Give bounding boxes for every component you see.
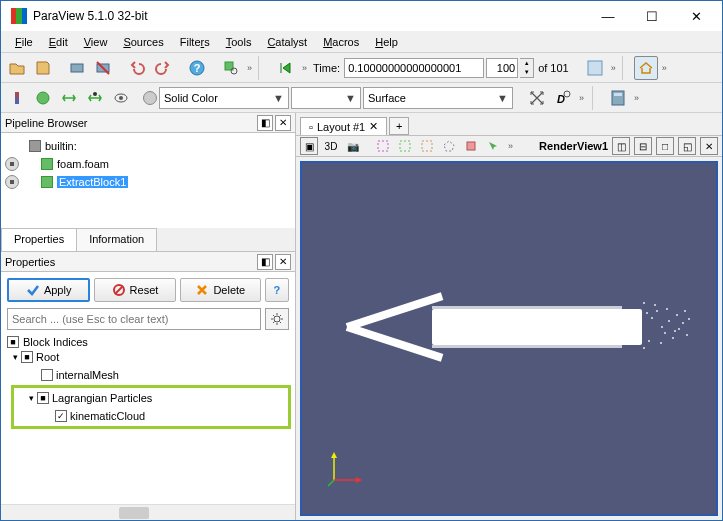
time-value[interactable]: 0.10000000000000001: [344, 58, 484, 78]
visibility-icon[interactable]: [5, 175, 19, 189]
time-step-spinner[interactable]: ▲▼: [520, 58, 534, 78]
visibility-icon[interactable]: [5, 157, 19, 171]
first-frame-icon[interactable]: [274, 56, 298, 80]
main-toolbar: ? » » Time: 0.10000000000000001 100 ▲▼ o…: [1, 53, 722, 83]
svg-rect-25: [346, 323, 444, 362]
reset-camera-icon[interactable]: [525, 86, 549, 110]
edit-color-map-icon[interactable]: [31, 86, 55, 110]
tab-properties[interactable]: Properties: [1, 228, 77, 251]
close-panel-icon[interactable]: ✕: [275, 115, 291, 131]
sel-block-icon[interactable]: [462, 137, 480, 155]
svg-rect-21: [400, 141, 410, 151]
restore-view-icon[interactable]: ◱: [678, 137, 696, 155]
section-block-indices[interactable]: ■Block Indices: [7, 336, 289, 348]
menu-edit[interactable]: Edit: [41, 33, 76, 51]
delete-button[interactable]: Delete: [180, 278, 261, 302]
representation-dropdown[interactable]: Surface▼: [363, 87, 513, 109]
rescale-range-icon[interactable]: [57, 86, 81, 110]
toggle-3d-icon[interactable]: 3D: [322, 137, 340, 155]
close-tab-icon[interactable]: ✕: [369, 120, 378, 133]
layout-tab[interactable]: ▫Layout #1✕: [300, 117, 387, 135]
reset-button[interactable]: Reset: [94, 278, 175, 302]
undo-icon[interactable]: [125, 56, 149, 80]
camera-icon[interactable]: 📷: [344, 137, 362, 155]
toolbar-more-4[interactable]: »: [577, 93, 586, 103]
add-layout-button[interactable]: +: [389, 117, 409, 135]
menu-file[interactable]: File: [7, 33, 41, 51]
server-name: builtin:: [45, 140, 77, 152]
render-view[interactable]: [300, 161, 718, 516]
tree-kinematic-cloud[interactable]: ✓kinematicCloud: [15, 407, 287, 425]
sel-points-icon[interactable]: [418, 137, 436, 155]
menu-filters[interactable]: Filters: [172, 33, 218, 51]
pipeline-browser[interactable]: builtin: foam.foam ExtractBlock1: [1, 133, 295, 228]
maximize-button[interactable]: ☐: [630, 1, 674, 31]
apply-button[interactable]: Apply: [7, 278, 90, 302]
split-h-icon[interactable]: ◫: [612, 137, 630, 155]
show-scalar-bar-icon[interactable]: [5, 86, 29, 110]
help-icon[interactable]: ?: [185, 56, 209, 80]
tree-lagrangian[interactable]: ▾■Lagrangian Particles: [15, 389, 287, 407]
pipeline-item-foam[interactable]: foam.foam: [57, 158, 109, 170]
undock-icon[interactable]: ◧: [257, 254, 273, 270]
connect-icon[interactable]: [65, 56, 89, 80]
toolbar-more-2[interactable]: »: [609, 63, 618, 73]
rescale-custom-icon[interactable]: [83, 86, 107, 110]
svg-point-40: [648, 340, 650, 342]
menu-view[interactable]: View: [76, 33, 116, 51]
minimize-button[interactable]: —: [586, 1, 630, 31]
svg-point-44: [674, 330, 676, 332]
undock-icon[interactable]: ◧: [257, 115, 273, 131]
camera-toolbar-icon[interactable]: [634, 56, 658, 80]
toolbar-more-5[interactable]: »: [632, 93, 641, 103]
close-view-icon[interactable]: ✕: [700, 137, 718, 155]
svg-line-53: [328, 480, 334, 486]
maximize-view-icon[interactable]: □: [656, 137, 674, 155]
component-dropdown[interactable]: ▼: [291, 87, 361, 109]
tree-internal-mesh[interactable]: internalMesh: [13, 366, 289, 384]
menu-catalyst[interactable]: Catalyst: [259, 33, 315, 51]
viewtb-more[interactable]: »: [506, 141, 515, 151]
disconnect-icon[interactable]: [91, 56, 115, 80]
zoom-to-data-icon[interactable]: D: [551, 86, 575, 110]
find-data-icon[interactable]: [219, 56, 243, 80]
menu-tools[interactable]: Tools: [218, 33, 260, 51]
open-icon[interactable]: [5, 56, 29, 80]
svg-rect-22: [422, 141, 432, 151]
close-button[interactable]: ✕: [674, 1, 718, 31]
sel-surface-icon[interactable]: [374, 137, 392, 155]
horizontal-scrollbar[interactable]: [1, 504, 295, 520]
settings-icon[interactable]: [265, 308, 289, 330]
toolbar-more-1[interactable]: »: [245, 63, 254, 73]
tree-root[interactable]: ▾■Root: [13, 348, 289, 366]
time-step[interactable]: 100: [486, 58, 518, 78]
vcr-more[interactable]: »: [300, 63, 309, 73]
sel-frustum-icon[interactable]: [396, 137, 414, 155]
menu-sources[interactable]: Sources: [115, 33, 171, 51]
help-button[interactable]: ?: [265, 278, 289, 302]
solid-color-swatch[interactable]: [143, 91, 157, 105]
tab-information[interactable]: Information: [76, 228, 157, 251]
svg-marker-52: [356, 477, 362, 483]
svg-point-42: [660, 342, 662, 344]
particle-visualization: [347, 283, 707, 373]
redo-icon[interactable]: [151, 56, 175, 80]
split-v-icon[interactable]: ⊟: [634, 137, 652, 155]
search-input[interactable]: [7, 308, 261, 330]
rescale-visible-icon[interactable]: [109, 86, 133, 110]
calculator-icon[interactable]: [606, 86, 630, 110]
color-by-dropdown[interactable]: Solid Color▼: [159, 87, 289, 109]
menu-macros[interactable]: Macros: [315, 33, 367, 51]
sel-interactive-icon[interactable]: [484, 137, 502, 155]
pipeline-item-extractblock[interactable]: ExtractBlock1: [57, 176, 128, 188]
orientation-axes-icon: [326, 450, 366, 490]
toolbar-more-3[interactable]: »: [660, 63, 669, 73]
sel-poly-icon[interactable]: [440, 137, 458, 155]
svg-rect-23: [467, 142, 475, 150]
color-map-icon[interactable]: [583, 56, 607, 80]
save-icon[interactable]: [31, 56, 55, 80]
menu-help[interactable]: Help: [367, 33, 406, 51]
full-screen-icon[interactable]: ▣: [300, 137, 318, 155]
section-checkbox[interactable]: ■: [7, 336, 19, 348]
close-panel-icon[interactable]: ✕: [275, 254, 291, 270]
